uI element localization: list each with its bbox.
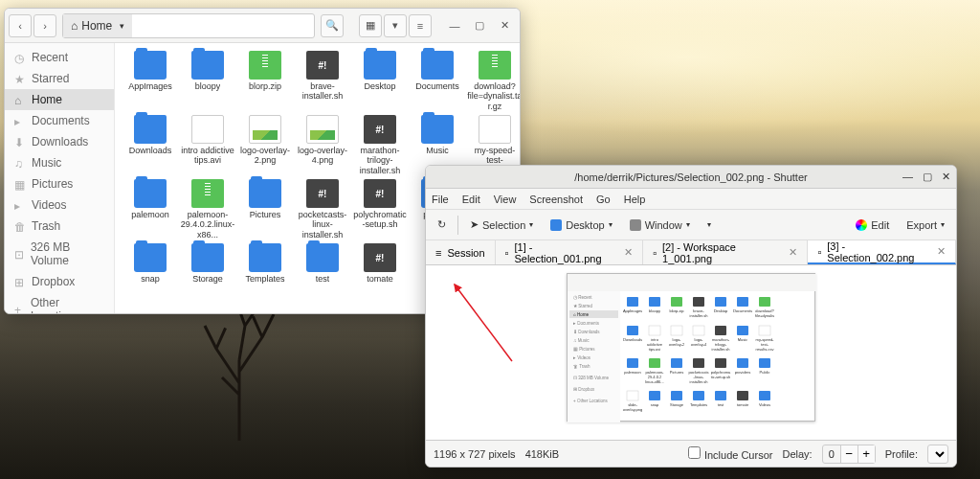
file-item[interactable]: Desktop bbox=[352, 51, 408, 111]
file-item[interactable]: Downloads bbox=[122, 115, 178, 175]
hamburger-button[interactable]: ≡ bbox=[409, 14, 432, 37]
sidebar-item-326-mb-volume[interactable]: ⊡326 MB Volume bbox=[5, 237, 114, 271]
menu-file[interactable]: File bbox=[432, 194, 449, 205]
file-item[interactable]: #!brave-installer.sh bbox=[295, 51, 350, 111]
path-home[interactable]: ⌂ Home ▾ bbox=[63, 14, 132, 37]
svg-text:▦ Pictures: ▦ Pictures bbox=[573, 347, 595, 352]
file-item[interactable]: palemoon bbox=[122, 179, 178, 240]
include-cursor-checkbox[interactable]: Include Cursor bbox=[688, 446, 773, 461]
menu-screenshot[interactable]: Screenshot bbox=[529, 194, 583, 205]
window-button[interactable]: Window ▾ bbox=[624, 217, 696, 234]
zip-icon bbox=[191, 179, 224, 208]
file-item[interactable]: logo-overlay-4.png bbox=[295, 115, 350, 175]
file-item[interactable]: #!polychromatic-setup.sh bbox=[352, 179, 408, 240]
redo-button[interactable]: ↻ bbox=[432, 216, 452, 234]
minimize-button[interactable]: — bbox=[443, 14, 466, 37]
file-item[interactable]: test bbox=[295, 243, 350, 284]
file-item[interactable]: Templates bbox=[237, 243, 293, 284]
back-button[interactable]: ‹ bbox=[9, 14, 32, 37]
sidebar-item-dropbox[interactable]: ⊞Dropbox bbox=[5, 271, 114, 292]
sidebar-item-videos[interactable]: ▸Videos bbox=[5, 194, 114, 216]
search-button[interactable]: 🔍 bbox=[321, 14, 344, 37]
svg-text:bloopy: bloopy bbox=[649, 308, 660, 313]
sidebar-item-pictures[interactable]: ▦Pictures bbox=[5, 173, 114, 194]
shutter-window: /home/derrik/Pictures/Selection_002.png … bbox=[425, 165, 957, 468]
forward-button[interactable]: › bbox=[33, 14, 56, 37]
delay-increment[interactable]: + bbox=[858, 445, 875, 463]
menu-edit[interactable]: Edit bbox=[462, 194, 480, 205]
file-item[interactable]: #!tomate bbox=[352, 243, 408, 284]
sh-icon: #! bbox=[364, 115, 396, 144]
menu-dropdown-button[interactable]: ▾ bbox=[702, 217, 717, 232]
tab--2-workspace-1-001-png[interactable]: ▫[2] - Workspace 1_001.png✕ bbox=[643, 240, 808, 264]
maximize-button[interactable]: ▢ bbox=[468, 14, 491, 37]
file-item[interactable]: snap bbox=[122, 243, 178, 284]
file-item[interactable]: logo-overlay-2.png bbox=[237, 115, 293, 175]
export-button[interactable]: Export ▾ bbox=[901, 217, 950, 234]
svg-rect-60 bbox=[671, 358, 682, 368]
file-item[interactable]: palemoon-29.4.0.2.linux-x86... bbox=[180, 179, 235, 240]
zip-icon bbox=[249, 51, 281, 80]
delay-decrement[interactable]: − bbox=[840, 445, 858, 463]
file-item[interactable]: bloopy bbox=[180, 51, 235, 111]
down-icon: ⬇ bbox=[14, 136, 26, 148]
sidebar-item-recent[interactable]: ◷Recent bbox=[5, 47, 114, 68]
menu-go[interactable]: Go bbox=[596, 194, 611, 205]
doc-icon bbox=[191, 115, 224, 144]
svg-rect-34 bbox=[649, 326, 660, 335]
sidebar-item-documents[interactable]: ▸Documents bbox=[5, 110, 114, 131]
svg-text:installer.sh: installer.sh bbox=[690, 313, 708, 318]
close-button[interactable]: ✕ bbox=[942, 171, 950, 183]
doc-icon bbox=[479, 115, 511, 144]
folder-icon bbox=[134, 179, 167, 208]
svg-text:Public: Public bbox=[760, 370, 770, 375]
close-button[interactable]: ✕ bbox=[493, 14, 516, 37]
screenshot-preview[interactable]: ◷ Recent★ Starred⌂ Home▸ Documents⬇ Down… bbox=[567, 273, 815, 422]
svg-rect-44 bbox=[715, 326, 726, 335]
sidebar-item-label: 326 MB Volume bbox=[31, 240, 104, 267]
menu-help[interactable]: Help bbox=[624, 194, 646, 205]
svg-text:Storage: Storage bbox=[670, 402, 684, 407]
close-tab-icon[interactable]: ✕ bbox=[624, 246, 633, 259]
path-bar[interactable]: ⌂ Home ▾ bbox=[62, 13, 315, 38]
maximize-button[interactable]: ▢ bbox=[923, 171, 932, 183]
desktop-button[interactable]: Desktop ▾ bbox=[545, 217, 617, 234]
music-icon: ♫ bbox=[14, 157, 26, 169]
svg-text:⊡ 328 MB Volume: ⊡ 328 MB Volume bbox=[573, 376, 610, 380]
view-dropdown-button[interactable]: ▾ bbox=[384, 14, 407, 37]
file-item[interactable]: #!marathon-trilogy-installer.sh bbox=[352, 115, 408, 175]
file-item[interactable]: intro addictive tips.avi bbox=[180, 115, 235, 175]
selection-button[interactable]: ➤ Selection ▾ bbox=[464, 216, 539, 234]
view-grid-button[interactable]: ▦ bbox=[359, 14, 382, 37]
close-tab-icon[interactable]: ✕ bbox=[789, 246, 797, 259]
file-item[interactable]: AppImages bbox=[122, 51, 178, 111]
file-item[interactable]: download?file=dynalist.tar.gz bbox=[467, 51, 520, 111]
profile-select[interactable] bbox=[927, 445, 948, 464]
menu-view[interactable]: View bbox=[494, 194, 517, 205]
shutter-titlebar: /home/derrik/Pictures/Selection_002.png … bbox=[426, 166, 956, 189]
tab-session[interactable]: ≡Session bbox=[426, 240, 496, 264]
file-label: snap bbox=[141, 274, 160, 284]
tab--3-selection-002-png[interactable]: ▫[3] - Selection_002.png✕ bbox=[808, 240, 956, 264]
minimize-button[interactable]: — bbox=[902, 171, 913, 183]
sidebar-item-music[interactable]: ♫Music bbox=[5, 152, 114, 173]
file-item[interactable]: Pictures bbox=[237, 179, 293, 240]
sidebar-item-downloads[interactable]: ⬇Downloads bbox=[5, 131, 114, 152]
tab--1-selection-001-png[interactable]: ▫[1] - Selection_001.png✕ bbox=[496, 240, 644, 264]
sidebar-item-starred[interactable]: ★Starred bbox=[5, 68, 114, 89]
files-sidebar: ◷Recent★Starred⌂Home▸Documents⬇Downloads… bbox=[5, 43, 115, 313]
img-icon bbox=[306, 115, 339, 144]
close-tab-icon[interactable]: ✕ bbox=[937, 245, 946, 258]
delay-spinner[interactable]: 0−+ bbox=[822, 445, 876, 464]
sidebar-item-trash[interactable]: 🗑Trash bbox=[5, 216, 114, 237]
svg-text:Pictures: Pictures bbox=[670, 370, 683, 375]
sidebar-item-other-locations[interactable]: +Other Locations bbox=[5, 292, 114, 313]
folder-icon bbox=[249, 243, 281, 272]
file-item[interactable]: Documents bbox=[410, 51, 465, 111]
file-item[interactable]: blorp.zip bbox=[237, 51, 293, 111]
edit-button[interactable]: Edit bbox=[850, 217, 895, 234]
sidebar-item-home[interactable]: ⌂Home bbox=[5, 89, 114, 110]
file-item[interactable]: Storage bbox=[180, 243, 235, 284]
file-item[interactable]: #!pocketcasts-linux-installer.sh bbox=[295, 179, 350, 240]
svg-text:◷ Recent: ◷ Recent bbox=[573, 295, 592, 300]
